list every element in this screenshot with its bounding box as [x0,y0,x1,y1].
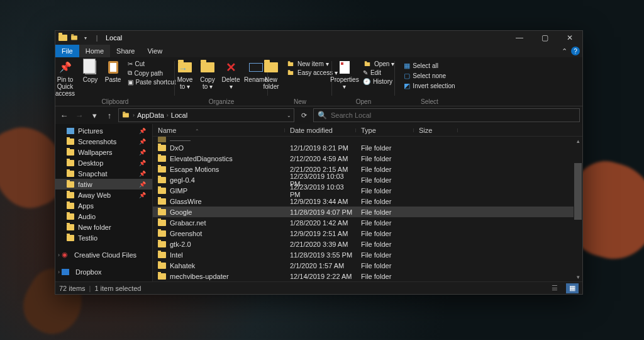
table-row[interactable]: Greenshot12/9/2019 2:51 AMFile folder [153,228,582,239]
copy-path-button[interactable]: ⧉Copy path [125,69,179,77]
easy-access-icon [288,71,293,75]
file-type: File folder [356,144,414,152]
table-row[interactable]: mechvibes-updater12/14/2019 2:22 AMFile … [153,271,582,281]
nav-back-button[interactable]: ← [58,111,70,120]
invert-selection-button[interactable]: ◩Invert selection [401,81,457,91]
file-name: gtk-2.0 [170,241,191,248]
sidebar-item-label: Away Web [78,191,111,199]
maximize-button[interactable]: ▢ [532,31,557,45]
sidebar-item[interactable]: Pictures📌 [55,125,152,136]
sidebar-item[interactable]: Snapchat📌 [55,168,152,179]
paste-icon [106,60,121,75]
help-icon[interactable]: ? [571,47,580,55]
breadcrumb-crumb[interactable]: ›AppData [133,111,164,119]
sidebar-item-label: Apps [78,202,94,210]
sidebar-item[interactable]: Wallpapers📌 [55,147,152,157]
table-row[interactable]: GIMP12/23/2019 10:03 PMFile folder [153,185,582,196]
sidebar-item[interactable]: Desktop📌 [55,157,152,168]
table-row[interactable]: Kahatek2/1/2020 1:57 AMFile folder [153,260,582,271]
table-row[interactable]: Google11/28/2019 4:07 PMFile folder [153,207,582,217]
folder-icon [158,273,166,280]
table-row[interactable]: ElevatedDiagnostics2/12/2020 4:59 AMFile… [153,153,582,164]
table-row[interactable]: gegl-0.412/23/2019 10:03 PMFile folder [153,174,582,185]
nav-up-button[interactable]: ↑ [103,111,116,120]
scrollbar-thumb[interactable] [574,163,582,220]
sidebar-item[interactable]: Audio [55,211,152,222]
sidebar-item[interactable]: fatiw📌 [55,179,152,190]
table-row[interactable]: Intel11/28/2019 3:55 PMFile folder [153,249,582,260]
paste-button[interactable]: Paste [103,59,124,83]
history-button[interactable]: 🕘History [360,77,397,86]
column-header-date[interactable]: Date modified [285,127,356,134]
file-date: 12/23/2019 10:03 PM [285,183,356,198]
new-folder-button[interactable]: New folder [260,59,282,90]
table-row[interactable]: DxO12/1/2019 8:21 PMFile folder [153,142,582,153]
move-to-button[interactable]: →Move to ▾ [174,59,196,90]
edit-icon: ✎ [363,69,368,76]
table-row[interactable]: GlassWire12/9/2019 3:44 AMFile folder [153,196,582,207]
file-name: Intel [170,251,183,259]
close-button[interactable]: ✕ [557,31,582,45]
nav-recent-dropdown[interactable]: ▾ [88,111,101,120]
pin-to-quick-access-button[interactable]: 📌 Pin to Quick access [52,59,79,97]
qat-dropdown[interactable]: ▾ [80,33,91,43]
file-type: File folder [356,155,414,162]
vertical-scrollbar[interactable]: ▴ ▾ [574,137,582,281]
table-row[interactable]: gtk-2.02/21/2020 3:39 AMFile folder [153,239,582,249]
column-header-type[interactable]: Type [356,127,414,134]
sidebar-item[interactable]: Testlio [55,232,152,243]
tab-home[interactable]: Home [79,45,110,57]
sidebar-item-label: Pictures [78,127,103,135]
scroll-down-button[interactable]: ▾ [574,273,582,281]
address-bar[interactable]: ›AppData ›Local ⌄ [118,108,294,122]
qat-item-1[interactable] [69,33,79,43]
table-row[interactable]: Escape Motions2/21/2020 2:15 AMFile fold… [153,164,582,174]
cut-button[interactable]: ✂Cut [125,60,179,68]
file-type: File folder [356,219,414,227]
nav-forward-button[interactable]: → [73,111,86,120]
group-label-clipboard: Clipboard [55,98,175,105]
open-button[interactable]: Open ▾ [360,60,397,68]
minimize-button[interactable]: — [507,31,532,45]
search-box[interactable]: 🔍 [313,108,580,122]
navigation-pane[interactable]: Pictures📌Screenshots📌Wallpapers📌Desktop📌… [55,124,153,281]
file-type: File folder [356,176,414,184]
folder-icon [158,220,166,226]
copy-button[interactable]: Copy [80,59,101,83]
view-large-icons-button[interactable]: ▦ [566,283,579,293]
sidebar-group[interactable]: ›Dropbox [55,266,152,277]
column-header-size[interactable]: Size [414,127,458,134]
chevron-right-icon[interactable]: › [58,269,60,275]
tab-view[interactable]: View [141,45,169,57]
select-all-icon: ▦ [404,62,410,70]
scroll-up-button[interactable]: ▴ [574,137,582,145]
paste-shortcut-button[interactable]: ▣Paste shortcut [125,78,179,86]
breadcrumb-crumb[interactable]: ›Local [167,111,187,119]
properties-button[interactable]: Properties ▾ [330,59,359,90]
chevron-right-icon[interactable]: › [58,252,60,258]
collapse-ribbon-icon[interactable]: ⌃ [562,47,567,55]
sidebar-item[interactable]: Apps [55,200,152,211]
select-none-button[interactable]: ▢Select none [401,71,457,81]
column-header-name[interactable]: Name⌃ [153,127,285,134]
pin-icon: 📌 [139,139,146,145]
sidebar-item[interactable]: New folder [55,222,152,232]
sidebar-group[interactable]: ›◉Creative Cloud Files [55,249,152,260]
refresh-button[interactable]: ⟳ [297,108,311,122]
edit-button[interactable]: ✎Edit [360,69,397,77]
status-item-count: 72 items [59,285,86,292]
table-row[interactable]: Grabacr.net1/28/2020 1:42 AMFile folder [153,217,582,228]
ribbon-group-new: New folder New item ▾ Easy access ▾ New [268,57,332,106]
select-all-button[interactable]: ▦Select all [401,61,457,71]
sidebar-item[interactable]: Screenshots📌 [55,136,152,147]
file-type: File folder [356,251,414,259]
view-details-button[interactable]: ☰ [548,283,561,293]
copy-to-button[interactable]: Copy to ▾ [197,59,218,90]
delete-button[interactable]: ✕Delete ▾ [219,59,242,90]
sidebar-item[interactable]: Away Web📌 [55,190,152,200]
tab-file[interactable]: File [55,45,79,57]
search-input[interactable] [331,111,575,119]
tab-share[interactable]: Share [110,45,141,57]
table-row[interactable]: ——— [153,137,582,142]
address-dropdown[interactable]: ⌄ [287,113,291,118]
